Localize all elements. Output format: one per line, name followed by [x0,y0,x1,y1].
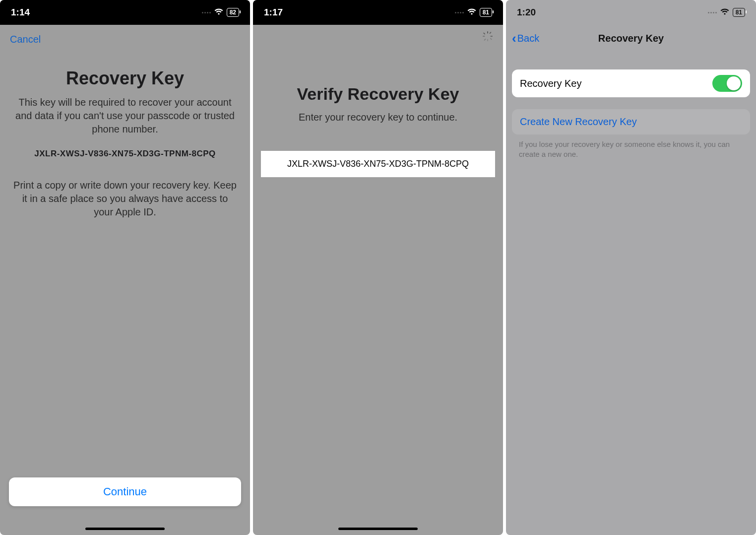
nav-bar: ‹ Back Recovery Key [506,25,756,52]
svg-rect-5 [490,38,493,40]
recovery-key-toggle-row: Recovery Key [512,69,750,97]
footer-note: If you lose your recovery key or someone… [519,139,743,159]
nav-title: Recovery Key [598,33,664,44]
status-time: 1:20 [517,7,536,18]
svg-rect-1 [487,39,488,42]
nav-bar [253,25,503,50]
spinner-icon [482,31,493,42]
cancel-button[interactable]: Cancel [0,25,250,54]
wifi-icon [720,7,730,18]
wifi-icon [467,7,477,18]
subtitle-text: Enter your recovery key to continue. [253,112,503,123]
page-title: Verify Recovery Key [253,84,503,104]
status-bar: 1:17 81 [253,0,503,25]
signal-icon [202,12,211,13]
screen-recovery-key-settings: 1:20 81 ‹ Back Recovery Key Recovery Key… [506,0,756,535]
status-right: 82 [202,7,239,18]
battery-icon: 81 [480,8,492,17]
svg-rect-0 [487,31,488,34]
home-indicator[interactable] [338,528,418,530]
continue-button[interactable]: Continue [9,477,241,506]
back-label: Back [517,33,539,44]
signal-icon [708,12,717,13]
toggle-label: Recovery Key [520,78,582,89]
svg-rect-4 [483,32,486,35]
recovery-key-input[interactable]: JXLR-XWSJ-V836-XN75-XD3G-TPNM-8CPQ [261,151,495,177]
signal-icon [455,12,464,13]
recovery-key-toggle[interactable] [712,75,742,92]
screen-verify-recovery-key: 1:17 81 Verify Recovery Key Enter your r… [253,0,503,535]
status-time: 1:17 [264,7,283,18]
status-bar: 1:20 81 [506,0,756,25]
home-indicator[interactable] [85,528,165,530]
create-new-recovery-key-button[interactable]: Create New Recovery Key [512,109,750,134]
status-time: 1:14 [11,7,30,18]
page-title: Recovery Key [12,68,238,89]
status-right: 81 [455,7,492,18]
content: Recovery Key This key will be required t… [0,68,250,219]
battery-icon: 82 [227,8,239,17]
back-button[interactable]: ‹ Back [512,31,539,46]
status-right: 81 [708,7,745,18]
status-bar: 1:14 82 [0,0,250,25]
chevron-left-icon: ‹ [512,31,516,46]
screen-recovery-key: 1:14 82 Cancel Recovery Key This key wil… [0,0,250,535]
svg-rect-6 [489,32,492,34]
svg-rect-2 [483,36,485,37]
recovery-key-text: JXLR-XWSJ-V836-XN75-XD3G-TPNM-8CPQ [12,149,238,159]
svg-rect-3 [491,36,493,37]
svg-rect-7 [484,39,486,41]
wifi-icon [214,7,224,18]
note-text: Print a copy or write down your recovery… [12,179,238,219]
battery-icon: 81 [733,8,745,17]
description-text: This key will be required to recover you… [12,96,238,136]
